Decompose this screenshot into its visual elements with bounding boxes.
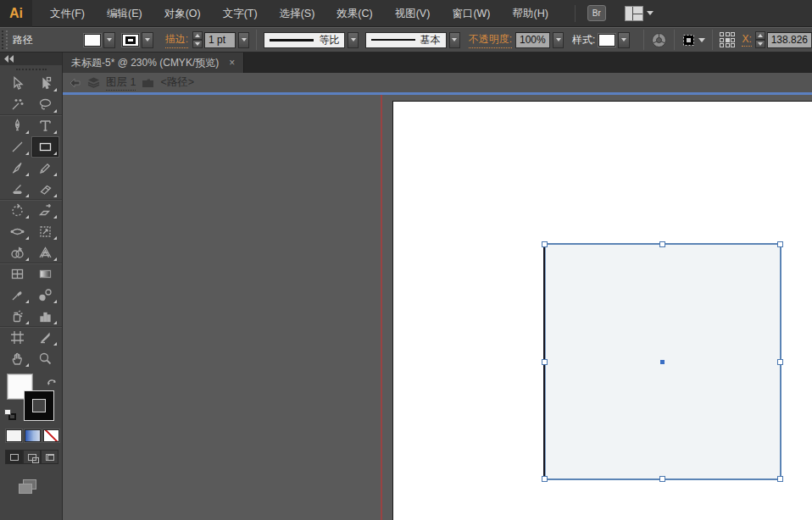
stepper-up[interactable] [755,31,765,40]
width-tool[interactable] [4,222,31,241]
lasso-tool[interactable] [32,95,58,114]
stroke-weight-dropdown[interactable] [238,32,249,48]
stroke-color-indicator[interactable] [25,391,53,420]
color-button[interactable] [6,429,22,442]
mesh-tool[interactable] [4,264,31,284]
object-center-point[interactable] [660,360,665,364]
breadcrumb-object[interactable]: <路径> [160,75,194,90]
eraser-tool[interactable] [32,180,58,199]
menu-help[interactable]: 帮助(H) [502,0,559,27]
handle-top-right[interactable] [777,241,783,247]
slice-tool[interactable] [32,328,58,347]
opacity-panel-link[interactable]: 不透明度: [469,32,512,48]
stroke-color-combo[interactable] [122,32,153,48]
shape-builder-tool[interactable] [4,243,31,263]
stroke-swatch[interactable] [122,34,139,47]
paintbrush-tool[interactable] [4,158,31,178]
stepper-up[interactable] [192,31,203,40]
style-dropdown-button[interactable] [618,32,630,48]
breadcrumb-layer[interactable]: 图层 1 [106,75,136,91]
menu-edit[interactable]: 编辑(E) [96,0,153,27]
menu-select[interactable]: 选择(S) [269,0,326,27]
blend-tool[interactable] [32,285,58,305]
transform-x-link[interactable]: X: [742,33,751,47]
hand-tool[interactable] [4,349,31,368]
panel-grip[interactable] [2,30,8,49]
pen-tool[interactable] [4,116,31,136]
x-value-input[interactable]: 138.826 [767,32,812,48]
gradient-tool[interactable] [32,264,58,284]
style-swatch[interactable] [598,34,615,47]
draw-normal-button[interactable] [5,450,23,464]
draw-behind-button[interactable] [23,450,41,464]
canvas[interactable] [63,95,812,520]
stepper-down[interactable] [192,40,203,48]
screen-mode-button[interactable] [17,474,42,495]
scale-tool[interactable] [32,201,58,220]
symbol-sprayer-tool[interactable] [4,307,31,326]
stepper-down[interactable] [755,40,765,48]
menu-view[interactable]: 视图(V) [384,0,442,27]
handle-middle-right[interactable] [777,359,783,365]
x-value-stepper[interactable] [755,31,765,48]
tab-close-button[interactable]: × [229,57,235,69]
magic-wand-tool[interactable] [4,95,31,114]
handle-top-left[interactable] [542,241,548,247]
eyedropper-tool[interactable] [4,285,31,305]
swap-fill-stroke-button[interactable] [47,374,58,390]
stroke-panel-link[interactable]: 描边: [165,32,188,48]
menu-window[interactable]: 窗口(W) [441,0,501,27]
none-button[interactable] [43,429,59,442]
rotate-tool[interactable] [4,201,31,220]
tools-panel-header[interactable] [0,53,62,65]
gradient-button[interactable] [25,429,41,442]
opacity-dropdown-button[interactable] [553,32,564,48]
brush-dropdown-button[interactable] [449,32,460,48]
stroke-weight-stepper[interactable] [192,31,203,48]
menu-object[interactable]: 对象(O) [153,0,212,27]
direct-selection-tool[interactable] [32,74,58,93]
artboard-tool[interactable] [4,328,31,347]
default-fill-stroke-button[interactable] [4,409,16,420]
menu-type[interactable]: 文字(T) [212,0,269,27]
stroke-weight-input[interactable]: 1 pt [204,32,236,48]
style-combo[interactable] [598,32,630,48]
document-tab[interactable]: 未标题-5* @ 230% (CMYK/预览) × [63,53,244,73]
handle-bottom-right[interactable] [777,476,783,482]
menu-effect[interactable]: 效果(C) [325,0,383,27]
handle-top-center[interactable] [659,241,665,247]
bridge-button[interactable]: Br [587,5,606,21]
free-transform-tool[interactable] [32,222,58,241]
opacity-input[interactable]: 100% [515,32,550,48]
back-arrow-icon[interactable] [70,78,81,88]
menu-file[interactable]: 文件(F) [39,0,96,27]
handle-bottom-center[interactable] [659,476,665,482]
column-graph-tool[interactable] [32,307,58,326]
perspective-grid-tool[interactable] [32,243,58,263]
reference-point-center[interactable] [726,38,730,42]
brush-definition-dropdown[interactable]: 基本 [365,32,447,48]
zoom-tool[interactable] [32,349,58,368]
tools-panel-grip[interactable] [0,65,62,73]
red-guide-line[interactable] [381,95,382,520]
align-options-button[interactable] [681,33,705,47]
fill-dropdown-button[interactable] [103,32,115,48]
profile-dropdown-button[interactable] [348,32,359,48]
pencil-tool[interactable] [32,158,58,178]
handle-bottom-left[interactable] [542,476,548,482]
handle-middle-left[interactable] [542,359,548,365]
draw-inside-button[interactable] [41,450,58,464]
type-tool[interactable] [32,116,58,136]
recolor-artwork-button[interactable] [651,32,667,48]
blob-brush-tool[interactable] [4,180,31,199]
stroke-profile-dropdown[interactable]: 等比 [264,32,345,48]
selected-rectangle[interactable] [543,243,781,480]
line-segment-tool[interactable] [4,137,31,157]
stroke-dropdown-button[interactable] [142,32,153,48]
rectangle-tool[interactable] [32,137,58,157]
reference-point-selector[interactable] [720,32,735,47]
fill-color-combo[interactable] [84,32,115,48]
workspace-switcher[interactable] [625,6,653,21]
selection-tool[interactable] [4,74,31,93]
fill-swatch[interactable] [84,34,101,47]
